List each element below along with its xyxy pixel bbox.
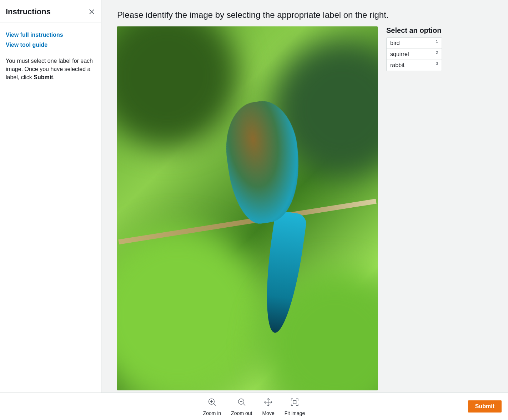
- option-label: rabbit: [390, 62, 404, 69]
- zoom-out-button[interactable]: Zoom out: [231, 397, 252, 416]
- footer-toolbar: Zoom in Zoom out Move: [0, 393, 508, 420]
- zoom-out-icon: [237, 397, 247, 408]
- option-rabbit[interactable]: rabbit 3: [387, 60, 442, 71]
- fit-image-icon: [290, 397, 300, 408]
- app-root: Instructions View full instructions View…: [0, 0, 508, 420]
- task-image[interactable]: [117, 26, 378, 390]
- task-header: Please identify the image by selecting t…: [117, 10, 492, 20]
- option-hotkey: 1: [436, 39, 438, 44]
- option-hotkey: 3: [436, 61, 438, 66]
- view-full-instructions-link[interactable]: View full instructions: [6, 32, 95, 38]
- option-label: bird: [390, 40, 400, 46]
- fit-image-button[interactable]: Fit image: [285, 397, 305, 416]
- options-title: Select an option: [386, 26, 442, 35]
- tool-label: Zoom out: [231, 410, 252, 416]
- work-area: Please identify the image by selecting t…: [101, 0, 508, 393]
- options-pane: Select an option bird 1 squirrel 2 rabbi…: [386, 26, 442, 384]
- option-squirrel[interactable]: squirrel 2: [387, 49, 442, 60]
- sidebar-body: View full instructions View tool guide Y…: [0, 22, 101, 87]
- option-list: bird 1 squirrel 2 rabbit 3: [386, 37, 442, 71]
- tool-label: Zoom in: [203, 410, 221, 416]
- tool-label: Fit image: [285, 410, 305, 416]
- close-icon[interactable]: [88, 8, 95, 15]
- sidebar-title: Instructions: [6, 7, 51, 16]
- option-bird[interactable]: bird 1: [387, 38, 442, 49]
- option-label: squirrel: [390, 51, 409, 57]
- image-pane: [117, 26, 378, 384]
- instruction-bold: Submit: [34, 74, 53, 80]
- main-row: Instructions View full instructions View…: [0, 0, 508, 393]
- sidebar-header: Instructions: [0, 0, 101, 22]
- task-body: Select an option bird 1 squirrel 2 rabbi…: [117, 26, 492, 384]
- svg-rect-11: [293, 400, 296, 404]
- submit-button[interactable]: Submit: [468, 400, 502, 413]
- footer-right: Submit: [468, 400, 508, 413]
- sidebar-instruction-text: You must select one label for each image…: [6, 57, 95, 82]
- tool-center: Zoom in Zoom out Move: [203, 397, 305, 416]
- svg-line-7: [243, 404, 245, 405]
- view-tool-guide-link[interactable]: View tool guide: [6, 42, 95, 48]
- svg-line-3: [213, 404, 215, 405]
- zoom-in-button[interactable]: Zoom in: [203, 397, 221, 416]
- instructions-sidebar: Instructions View full instructions View…: [0, 0, 101, 393]
- tool-label: Move: [262, 410, 274, 416]
- instruction-post: .: [53, 74, 54, 80]
- zoom-in-icon: [207, 397, 217, 408]
- move-button[interactable]: Move: [262, 397, 274, 416]
- move-icon: [263, 397, 273, 408]
- option-hotkey: 2: [436, 50, 438, 55]
